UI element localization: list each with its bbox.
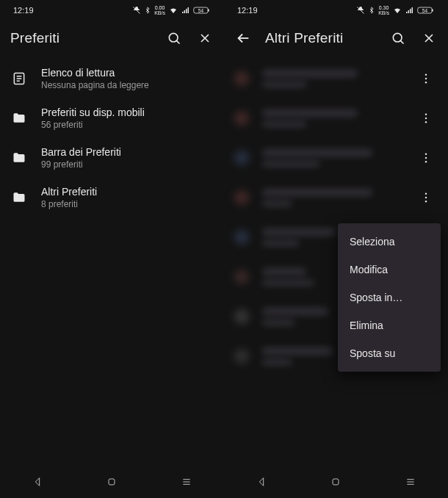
item-subtitle: 99 preferiti [41, 159, 214, 170]
folder-icon [10, 149, 28, 167]
screen-bookmarks-root: 12:19 0.00KB/s 54 Preferiti Elenco di le… [0, 0, 224, 498]
bookmark-row[interactable] [224, 98, 448, 138]
status-icons: 0.30KB/s 54 [356, 5, 435, 15]
svg-point-10 [425, 74, 427, 76]
menu-item-moveup[interactable]: Sposta su [338, 339, 441, 367]
data-icon: 0.00KB/s [154, 5, 165, 15]
svg-text:54: 54 [198, 8, 204, 13]
svg-rect-34 [333, 479, 339, 485]
reading-list-icon [10, 70, 28, 87]
favicon-icon [234, 151, 249, 165]
favicon-icon [234, 270, 249, 284]
svg-rect-7 [432, 9, 433, 11]
bookmark-row[interactable] [224, 59, 448, 98]
list-item[interactable]: Preferiti su disp. mobili 56 preferiti [0, 98, 224, 138]
close-button[interactable] [416, 25, 442, 51]
item-title: Altri Preferiti [41, 185, 214, 198]
bookmark-folder-list: Elenco di lettura Nessuna pagina da legg… [0, 56, 224, 466]
svg-point-20 [425, 197, 427, 198]
svg-point-9 [393, 33, 402, 42]
item-title: Barra dei Preferiti [41, 145, 214, 159]
svg-point-21 [425, 201, 427, 202]
nav-home[interactable] [321, 471, 350, 493]
svg-text:54: 54 [422, 8, 428, 13]
status-bar: 12:19 0.30KB/s 54 [224, 0, 448, 21]
favicon-icon [234, 230, 249, 245]
item-title: Preferiti su disp. mobili [41, 106, 214, 119]
favicon-icon [234, 111, 249, 126]
list-item[interactable]: Elenco di lettura Nessuna pagina da legg… [0, 59, 224, 98]
search-button[interactable] [385, 25, 411, 51]
favicon-icon [234, 309, 249, 324]
item-subtitle: Nessuna pagina da leggere [41, 79, 214, 91]
menu-item-delete[interactable]: Elimina [338, 311, 441, 339]
overflow-button[interactable] [414, 107, 438, 130]
svg-point-15 [425, 121, 427, 123]
svg-rect-5 [109, 479, 115, 485]
svg-point-3 [169, 33, 178, 42]
bookmark-row[interactable] [224, 138, 448, 178]
back-button[interactable] [230, 25, 256, 51]
status-time: 12:19 [237, 6, 258, 15]
data-icon: 0.30KB/s [378, 5, 389, 15]
bookmark-text [262, 109, 401, 127]
svg-point-12 [425, 82, 427, 83]
signal-icon [405, 6, 414, 15]
bookmark-text [262, 149, 401, 167]
context-menu: Seleziona Modifica Sposta in… Elimina Sp… [338, 223, 441, 372]
svg-point-19 [425, 193, 427, 195]
close-button[interactable] [192, 25, 218, 51]
screen-bookmarks-folder: 12:19 0.30KB/s 54 Altri Preferiti Selezi… [224, 0, 448, 498]
header: Altri Preferiti [224, 21, 448, 56]
overflow-button[interactable] [414, 186, 438, 209]
header: Preferiti [0, 21, 224, 56]
nav-back[interactable] [247, 471, 276, 493]
menu-item-moveto[interactable]: Sposta in… [338, 284, 441, 311]
mute-icon [356, 6, 365, 15]
bookmark-text [262, 70, 401, 87]
nav-recents[interactable] [172, 471, 201, 493]
status-icons: 0.00KB/s 54 [132, 5, 211, 15]
favicon-icon [234, 190, 249, 205]
svg-point-11 [425, 78, 427, 79]
nav-back[interactable] [23, 471, 52, 493]
battery-icon: 54 [417, 6, 435, 15]
svg-point-18 [425, 161, 427, 162]
bluetooth-icon [368, 6, 375, 15]
folder-icon [10, 109, 28, 127]
wifi-icon [392, 6, 402, 15]
svg-rect-1 [208, 9, 209, 11]
signal-icon [181, 6, 190, 15]
bookmark-row[interactable] [224, 178, 448, 217]
svg-point-17 [425, 157, 427, 159]
menu-item-edit[interactable]: Modifica [338, 256, 441, 284]
item-subtitle: 56 preferiti [41, 119, 214, 131]
bluetooth-icon [144, 6, 151, 15]
list-item[interactable]: Barra dei Preferiti 99 preferiti [0, 138, 224, 178]
item-subtitle: 8 preferiti [41, 198, 214, 210]
list-item[interactable]: Altri Preferiti 8 preferiti [0, 178, 224, 217]
status-bar: 12:19 0.00KB/s 54 [0, 0, 224, 21]
folder-icon [10, 189, 28, 206]
page-title: Altri Preferiti [261, 30, 380, 46]
item-title: Elenco di lettura [41, 66, 214, 79]
overflow-button[interactable] [414, 67, 438, 90]
svg-point-16 [425, 154, 427, 155]
wifi-icon [168, 6, 178, 15]
battery-icon: 54 [193, 6, 211, 15]
nav-recents[interactable] [396, 471, 425, 493]
overflow-button[interactable] [414, 146, 438, 170]
system-nav [224, 466, 448, 498]
favicon-icon [234, 71, 249, 86]
favicon-icon [234, 349, 249, 364]
mute-icon [132, 6, 141, 15]
menu-item-select[interactable]: Seleziona [338, 228, 441, 256]
status-time: 12:19 [13, 6, 34, 15]
system-nav [0, 466, 224, 498]
nav-home[interactable] [97, 471, 126, 493]
bookmark-text [262, 189, 401, 206]
svg-point-14 [425, 118, 427, 119]
svg-point-13 [425, 114, 427, 115]
page-title: Preferiti [6, 30, 156, 46]
search-button[interactable] [161, 25, 187, 51]
